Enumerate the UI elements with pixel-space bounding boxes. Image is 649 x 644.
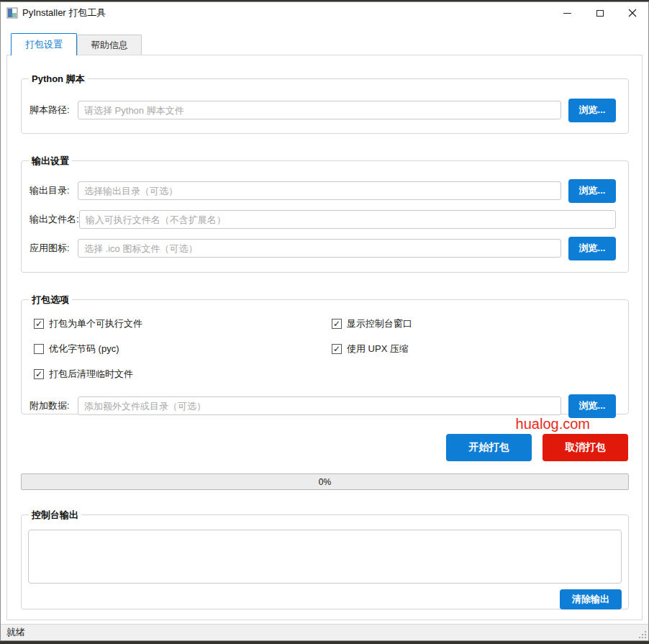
extra-data-input[interactable] (78, 396, 561, 415)
progress-bar: 0% (21, 473, 629, 490)
title-bar: PyInstaller 打包工具 (1, 2, 648, 24)
group-console-output: 控制台输出 清除输出 (21, 514, 629, 609)
checkbox-label: 优化字节码 (pyc) (49, 343, 119, 355)
checkbox-icon (34, 369, 44, 379)
group-title: 打包选项 (29, 294, 72, 307)
app-icon (6, 7, 18, 19)
extra-data-label: 附加数据: (30, 399, 78, 412)
minimize-button[interactable] (551, 2, 584, 24)
extra-data-row: 附加数据: 浏览... (22, 394, 628, 418)
progress-label: 0% (22, 474, 628, 489)
group-package-options: 打包选项 打包为单个可执行文件 显示控制台窗口 优化字节码 (pyc) 使用 U… (21, 299, 629, 414)
maximize-icon (596, 10, 604, 17)
checkbox-label: 打包后清理临时文件 (49, 368, 133, 381)
script-browse-button[interactable]: 浏览... (568, 99, 616, 122)
app-icon-input[interactable] (78, 239, 561, 258)
tab-help-info[interactable]: 帮助信息 (77, 35, 142, 55)
output-dir-input[interactable] (78, 181, 561, 200)
app-window: PyInstaller 打包工具 打包设置 帮助信息 Python 脚本 脚本路… (0, 1, 649, 641)
close-icon (628, 9, 637, 17)
app-icon-row: 应用图标: 浏览... (22, 236, 628, 260)
script-path-label: 脚本路径: (30, 104, 78, 117)
script-path-input[interactable] (78, 101, 561, 119)
close-button[interactable] (616, 2, 648, 24)
output-name-row: 输出文件名: (22, 207, 628, 232)
action-button-row: 开始打包 取消打包 (7, 434, 642, 461)
checkbox-optimize-bytecode[interactable]: 优化字节码 (pyc) (34, 343, 332, 355)
output-dir-label: 输出目录: (30, 184, 78, 197)
checkbox-label: 使用 UPX 压缩 (347, 343, 409, 355)
checkbox-label: 显示控制台窗口 (347, 317, 412, 330)
checkbox-grid: 打包为单个可执行文件 显示控制台窗口 优化字节码 (pyc) 使用 UPX 压缩… (34, 317, 628, 381)
resize-grip-icon[interactable] (638, 630, 647, 639)
checkbox-upx-compress[interactable]: 使用 UPX 压缩 (332, 343, 628, 355)
maximize-button[interactable] (584, 2, 616, 24)
minimize-icon (563, 13, 571, 14)
tab-pane: Python 脚本 脚本路径: 浏览... 输出设置 输出目录: 浏览... 输… (6, 55, 643, 620)
output-dir-row: 输出目录: 浏览... (22, 178, 628, 203)
tab-package-settings[interactable]: 打包设置 (11, 33, 77, 55)
extra-data-browse-button[interactable]: 浏览... (568, 394, 616, 418)
app-icon-label: 应用图标: (30, 242, 78, 255)
group-output-settings: 输出设置 输出目录: 浏览... 输出文件名: 应用图标: 浏览... (21, 160, 629, 273)
clear-output-button[interactable]: 清除输出 (560, 589, 622, 609)
console-output-textarea[interactable] (28, 530, 622, 584)
group-title: Python 脚本 (29, 73, 88, 86)
app-icon-browse-button[interactable]: 浏览... (568, 237, 616, 260)
script-path-row: 脚本路径: 浏览... (22, 98, 628, 122)
clear-row: 清除输出 (22, 589, 622, 609)
tab-bar: 打包设置 帮助信息 (1, 33, 648, 55)
start-package-button[interactable]: 开始打包 (446, 434, 532, 461)
checkbox-clean-temp[interactable]: 打包后清理临时文件 (34, 368, 332, 381)
window-title: PyInstaller 打包工具 (22, 6, 106, 19)
group-python-script: Python 脚本 脚本路径: 浏览... (21, 78, 629, 134)
checkbox-label: 打包为单个可执行文件 (49, 317, 142, 330)
output-name-label: 输出文件名: (30, 213, 79, 226)
group-title: 输出设置 (29, 155, 72, 168)
cancel-package-button[interactable]: 取消打包 (543, 434, 628, 461)
watermark-text: hualog.com (516, 417, 590, 431)
checkbox-onefile[interactable]: 打包为单个可执行文件 (34, 317, 332, 330)
status-text: 就绪 (6, 626, 25, 639)
checkbox-icon (34, 319, 44, 329)
group-title: 控制台输出 (29, 509, 81, 522)
window-controls (551, 2, 648, 24)
watermark-row: hualog.com (7, 417, 642, 431)
checkbox-icon (332, 319, 342, 329)
output-name-input[interactable] (79, 210, 616, 229)
status-bar: 就绪 (1, 624, 648, 640)
output-dir-browse-button[interactable]: 浏览... (568, 179, 616, 203)
checkbox-show-console[interactable]: 显示控制台窗口 (332, 317, 628, 330)
checkbox-icon (332, 344, 342, 354)
checkbox-icon (34, 344, 44, 354)
